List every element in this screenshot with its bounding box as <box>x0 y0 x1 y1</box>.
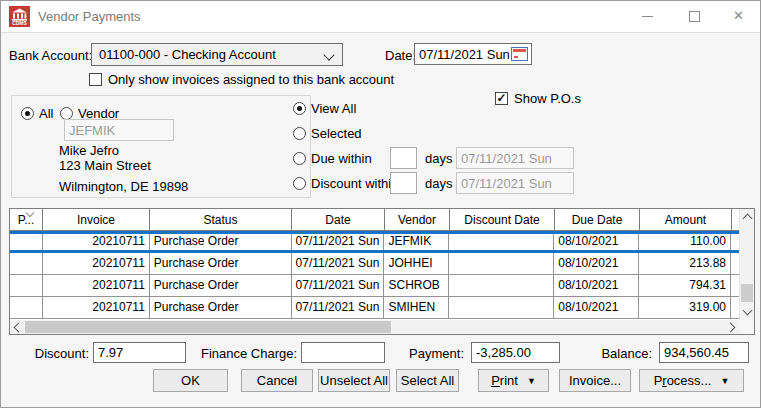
date-field[interactable]: 07/11/2021 Sun <box>414 43 532 65</box>
balance-field[interactable] <box>659 342 749 363</box>
col-header-discount-date[interactable]: Discount Date <box>450 209 555 231</box>
cell-date: 07/11/2021 Sun <box>292 297 385 319</box>
calendar-icon-band <box>513 49 526 52</box>
vendor-groupbox: All Vendor Mike Jefro 123 Main Street Wi… <box>11 95 311 198</box>
scrollbar-corner <box>739 320 754 334</box>
title-bar: CDMS Vendor Payments ✕ <box>1 1 760 33</box>
cell-amount: 213.88 <box>639 253 731 275</box>
minimize-icon <box>642 16 653 17</box>
cell-discount-date <box>449 253 554 275</box>
invoice-table-content: P... Invoice Status Date Vendor Discount… <box>10 209 739 319</box>
cell-truncated <box>731 253 739 275</box>
cell-discount-date <box>449 275 554 297</box>
horizontal-scrollbar[interactable] <box>10 320 739 334</box>
horizontal-scrollbar-thumb[interactable] <box>25 321 391 333</box>
ok-button[interactable]: OK <box>153 369 228 392</box>
print-button[interactable]: Print▼ <box>478 369 549 392</box>
close-button[interactable]: ✕ <box>725 1 755 31</box>
cell-status: Purchase Order <box>150 297 292 319</box>
date-value: 07/11/2021 Sun <box>419 47 510 62</box>
cell-invoice: 20210711 <box>43 253 150 275</box>
cell-vendor: SMIHEN <box>384 297 449 319</box>
close-icon: ✕ <box>733 8 744 24</box>
col-header-invoice[interactable]: Invoice <box>43 209 150 231</box>
process-button-pre: P <box>654 373 663 388</box>
all-radio[interactable] <box>21 107 34 120</box>
scroll-up-icon[interactable] <box>743 214 753 224</box>
cell-truncated <box>731 297 739 319</box>
vendor-payments-window: CDMS Vendor Payments ✕ Bank Account: 011… <box>0 0 761 408</box>
vertical-scrollbar-thumb[interactable] <box>741 284 753 302</box>
due-within-radio[interactable] <box>293 152 306 165</box>
bank-account-select[interactable]: 01100-000 - Checking Account <box>91 43 343 66</box>
due-days-label: days <box>425 151 452 166</box>
col-header-due-date[interactable]: Due Date <box>555 209 640 231</box>
table-row[interactable]: 20210711 Purchase Order 07/11/2021 Sun J… <box>10 253 739 275</box>
minimize-button[interactable] <box>632 1 662 31</box>
ok-button-label: OK <box>181 373 200 388</box>
scroll-right-icon[interactable] <box>726 323 736 333</box>
col-header-status[interactable]: Status <box>150 209 292 231</box>
invoice-button[interactable]: Invoice... <box>559 369 631 392</box>
table-row[interactable]: 20210711 Purchase Order 07/11/2021 Sun S… <box>10 275 739 297</box>
only-show-invoices-checkbox[interactable] <box>89 73 102 86</box>
discount-input[interactable] <box>93 342 186 363</box>
unselect-all-button-label: Unselect All <box>320 373 388 388</box>
balance-label: Balance: <box>596 346 652 361</box>
col-header-amount-label: Amount <box>665 213 706 227</box>
unselect-all-button[interactable]: Unselect All <box>318 369 390 392</box>
selected-radio[interactable] <box>293 127 306 140</box>
scroll-down-icon[interactable] <box>743 306 753 316</box>
discount-days-label: days <box>425 176 452 191</box>
col-header-invoice-label: Invoice <box>77 213 115 227</box>
only-show-invoices-label: Only show invoices assigned to this bank… <box>108 72 394 87</box>
discount-within-radio[interactable] <box>293 177 306 190</box>
show-pos-checkbox[interactable]: ✓ <box>495 92 508 105</box>
selected-row-bottom-bar <box>10 250 739 253</box>
process-button[interactable]: Process...▼ <box>639 369 744 392</box>
col-header-status-label: Status <box>203 213 237 227</box>
scroll-left-icon[interactable] <box>14 323 24 333</box>
due-within-date-field <box>456 147 574 169</box>
col-header-truncated[interactable] <box>732 209 739 231</box>
table-row[interactable]: 20210711 Purchase Order 07/11/2021 Sun S… <box>10 297 739 319</box>
all-radio-label: All <box>39 106 53 121</box>
table-header-row: P... Invoice Status Date Vendor Discount… <box>10 209 739 231</box>
col-header-vendor[interactable]: Vendor <box>385 209 450 231</box>
cell-vendor: JOHHEI <box>384 253 449 275</box>
cell-due-date: 08/10/2021 <box>554 275 639 297</box>
col-header-date[interactable]: Date <box>292 209 385 231</box>
cell-due-date: 08/10/2021 <box>554 297 639 319</box>
cell-amount: 794.31 <box>639 275 731 297</box>
maximize-button[interactable] <box>679 1 709 31</box>
payment-input[interactable] <box>471 342 560 363</box>
bank-account-label: Bank Account: <box>9 48 92 63</box>
col-header-select[interactable]: P... <box>10 209 43 231</box>
select-all-button-label: Select All <box>401 373 454 388</box>
process-button-label: ocess... <box>667 373 712 388</box>
select-all-button[interactable]: Select All <box>396 369 459 392</box>
cell-status: Purchase Order <box>150 253 292 275</box>
date-label: Date: <box>385 48 416 63</box>
cell-invoice: 20210711 <box>43 275 150 297</box>
view-all-label: View All <box>311 101 356 116</box>
show-pos-label: Show P.O.s <box>514 91 581 106</box>
chevron-down-icon <box>323 49 334 60</box>
vendor-address-line1: Mike Jefro <box>59 143 119 158</box>
cell-select[interactable] <box>10 275 43 297</box>
discount-label: Discount: <box>9 346 89 361</box>
calendar-icon[interactable] <box>511 47 528 61</box>
finance-charge-input[interactable] <box>301 342 385 363</box>
cancel-button[interactable]: Cancel <box>241 369 313 392</box>
checkmark-icon: ✓ <box>496 91 506 105</box>
discount-within-label: Discount within <box>311 176 398 191</box>
vertical-scrollbar[interactable] <box>739 209 754 320</box>
view-all-radio[interactable] <box>293 102 306 115</box>
cell-select[interactable] <box>10 297 43 319</box>
due-within-days-input[interactable] <box>390 147 417 169</box>
payment-label: Payment: <box>406 346 464 361</box>
discount-within-days-input[interactable] <box>390 172 417 194</box>
cell-select[interactable] <box>10 253 43 275</box>
cancel-button-label: Cancel <box>257 373 297 388</box>
col-header-amount[interactable]: Amount <box>640 209 732 231</box>
